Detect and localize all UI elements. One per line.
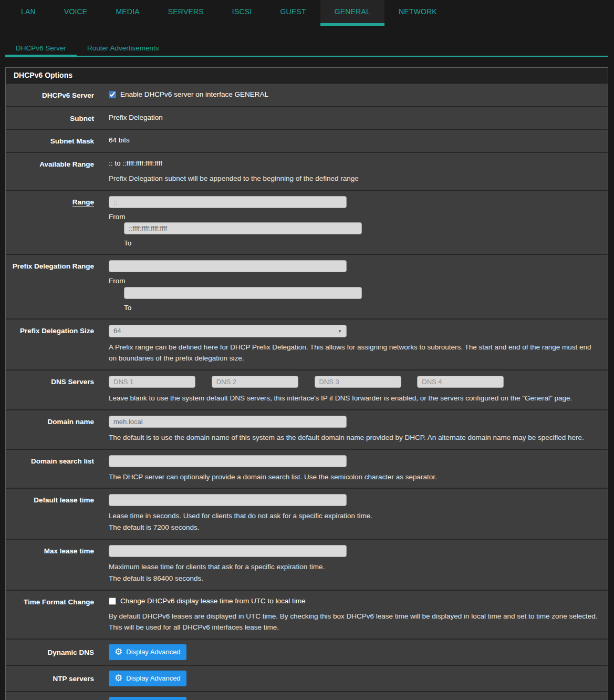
row-default-lease-time: Default lease time Lease time in seconds… [6, 488, 608, 539]
default-lease-help1: Lease time in seconds. Used for clients … [109, 511, 599, 522]
field-label: NTP servers [6, 673, 101, 684]
field-label: Max lease time [6, 545, 101, 584]
row-dhcpv6-server: DHCPv6 Server Enable DHCPv6 server on in… [6, 83, 608, 106]
gear-icon [115, 674, 122, 683]
row-dynamic-dns: Dynamic DNS Display Advanced [6, 639, 608, 665]
tab-guest[interactable]: GUEST [266, 0, 320, 26]
pd-size-help: A Prefix range can be defined here for D… [109, 342, 599, 364]
subtab-router-advertisements[interactable]: Router Advertisements [77, 39, 170, 57]
field-label: Time Format Change [6, 596, 101, 633]
row-prefix-delegation-size: Prefix Delegation Size 64 ▼ A Prefix ran… [6, 318, 608, 369]
max-lease-help2: The default is 86400 seconds. [109, 573, 599, 584]
max-lease-time-input[interactable] [109, 545, 347, 557]
enable-dhcpv6-checkbox[interactable] [109, 91, 116, 98]
available-range-value: :: to ::ffff:ffff:ffff:ffff [109, 159, 162, 167]
row-dns-servers: DNS Servers Leave blank to use the syste… [6, 369, 608, 409]
ntp-display-advanced-button[interactable]: Display Advanced [109, 671, 186, 686]
field-label: Subnet [6, 112, 101, 124]
tab-general[interactable]: GENERAL [320, 0, 384, 26]
available-range-help: Prefix Delegation subnet will be appende… [109, 173, 599, 184]
default-lease-help2: The default is 7200 seconds. [109, 522, 599, 533]
field-label: Default lease time [6, 494, 101, 533]
row-prefix-delegation-range: Prefix Delegation Range From To [6, 254, 608, 318]
field-label-range: Range [72, 198, 94, 207]
row-time-format-change: Time Format Change Change DHCPv6 display… [6, 590, 608, 639]
field-label: DHCPv6 Server [6, 89, 101, 101]
panel-title: DHCPv6 Options [6, 68, 608, 83]
from-label: From [109, 276, 347, 286]
checkbox-label: Change DHCPv6 display lease time from UT… [120, 596, 306, 606]
tab-voice[interactable]: VOICE [50, 0, 102, 26]
dhcpv6-options-panel: DHCPv6 Options DHCPv6 Server Enable DHCP… [5, 67, 608, 700]
dns4-input[interactable] [417, 376, 504, 388]
gear-icon [115, 647, 122, 656]
domain-search-help: The DHCP server can optionally provide a… [109, 472, 599, 483]
field-label: Dynamic DNS [6, 646, 101, 658]
interface-tabs: LAN VOICE MEDIA SERVERS ISCSI GUEST GENE… [0, 0, 614, 26]
row-subnet: Subnet Prefix Delegation [6, 106, 608, 129]
field-label: Domain search list [6, 455, 101, 483]
ldap-display-advanced-button[interactable]: Display Advanced [109, 697, 186, 700]
pd-range-to-input[interactable] [124, 287, 362, 299]
tab-servers[interactable]: SERVERS [154, 0, 218, 26]
field-label: DNS Servers [6, 376, 101, 404]
to-label: To [124, 303, 362, 313]
dns-servers-help: Leave blank to use the system default DN… [109, 393, 599, 404]
from-label: From [109, 212, 347, 222]
row-domain-search-list: Domain search list The DHCP server can o… [6, 449, 608, 488]
tab-media[interactable]: MEDIA [101, 0, 153, 26]
subnet-mask-value: 64 bits [109, 136, 130, 144]
field-label: Available Range [6, 158, 101, 184]
default-lease-time-input[interactable] [109, 494, 347, 506]
row-max-lease-time: Max lease time Maximum lease time for cl… [6, 539, 608, 590]
row-subnet-mask: Subnet Mask 64 bits [6, 129, 608, 152]
field-label: Prefix Delegation Range [6, 260, 101, 313]
prefix-delegation-size-select[interactable]: 64 [109, 325, 347, 337]
row-ntp-servers: NTP servers Display Advanced [6, 665, 608, 691]
row-domain-name: Domain name The default is to use the do… [6, 409, 608, 449]
range-from-input[interactable] [109, 196, 347, 208]
max-lease-help1: Maximum lease time for clients that ask … [109, 562, 599, 573]
dns3-input[interactable] [315, 376, 401, 388]
subtab-dhcpv6-server[interactable]: DHCPv6 Server [5, 39, 77, 57]
range-to-input[interactable] [124, 222, 362, 234]
checkbox-label: Enable DHCPv6 server on interface GENERA… [120, 89, 268, 100]
domain-name-input[interactable] [109, 416, 347, 428]
dynamic-dns-display-advanced-button[interactable]: Display Advanced [109, 644, 186, 660]
field-label: Domain name [6, 416, 101, 444]
subnet-value: Prefix Delegation [109, 114, 163, 121]
dns1-input[interactable] [109, 376, 195, 388]
domain-search-list-input[interactable] [109, 455, 347, 467]
field-label: Prefix Delegation Size [6, 325, 101, 364]
pd-range-from-input[interactable] [109, 260, 347, 272]
row-range: Range From To [6, 190, 608, 254]
row-ldap: LDAP Display Advanced [6, 691, 608, 700]
dns2-input[interactable] [212, 376, 298, 388]
field-label: Subnet Mask [6, 135, 101, 147]
time-format-help: By default DHCPv6 leases are displayed i… [109, 611, 599, 633]
tab-lan[interactable]: LAN [7, 0, 50, 26]
domain-name-help: The default is to use the domain name of… [109, 433, 599, 444]
row-available-range: Available Range :: to ::ffff:ffff:ffff:f… [6, 152, 608, 190]
to-label: To [124, 238, 362, 249]
button-label: Display Advanced [126, 648, 180, 656]
tab-network[interactable]: NETWORK [384, 0, 451, 26]
button-label: Display Advanced [126, 674, 180, 682]
sub-tabs: DHCPv6 Server Router Advertisements [5, 39, 608, 57]
tab-iscsi[interactable]: ISCSI [218, 0, 266, 26]
time-format-checkbox[interactable] [109, 598, 116, 605]
